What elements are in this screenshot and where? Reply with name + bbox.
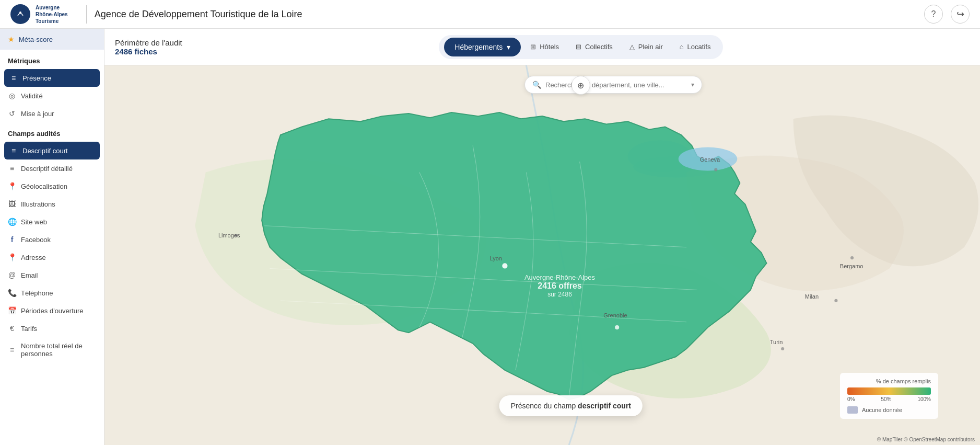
star-icon: ★	[8, 35, 15, 43]
legend-0pct: 0%	[847, 396, 855, 402]
locate-icon: ⊕	[577, 81, 584, 90]
hotels-icon: ⊞	[530, 43, 536, 51]
meta-score-button[interactable]: ★ Méta-score	[0, 29, 104, 50]
dropdown-icon: ▾	[691, 81, 694, 88]
tooltip-bold: descriptif court	[578, 402, 631, 410]
sidebar-item-descriptif-court[interactable]: ≡ Descriptif court	[4, 142, 100, 159]
list-icon: ≡	[8, 346, 16, 354]
email-icon: @	[8, 271, 16, 279]
globe-icon: 🌐	[8, 218, 16, 226]
chevron-down-icon: ▾	[507, 43, 510, 51]
audit-count: 2486 fiches	[115, 47, 182, 56]
plein-air-icon: △	[629, 43, 635, 51]
header-actions: ? ↪	[924, 5, 970, 24]
tab-hotels[interactable]: ⊞ Hôtels	[523, 39, 566, 55]
tab-hebergements[interactable]: Hébergements ▾	[444, 38, 521, 56]
logout-button[interactable]: ↪	[951, 5, 970, 24]
sidebar-item-validite[interactable]: ◎ Validité	[0, 87, 104, 105]
circle-icon: ◎	[8, 92, 16, 100]
sidebar-item-nombre-total[interactable]: ≡ Nombre total réel de personnes	[0, 337, 104, 362]
header-divider	[86, 5, 87, 24]
locatifs-icon: ⌂	[680, 43, 684, 51]
map-attribution: © MapTiler © OpenStreetMap contributors	[877, 437, 975, 442]
sidebar-item-label: Descriptif détaillé	[21, 165, 96, 173]
content-area: Périmètre de l'audit 2486 fiches Héberge…	[104, 29, 980, 445]
sidebar-item-label: Géolocalisation	[21, 182, 96, 190]
map-search-bar: 🔍 ▾	[524, 76, 702, 94]
audit-title: Périmètre de l'audit	[115, 38, 182, 47]
no-data-legend: Aucune donnée	[847, 406, 931, 414]
list-icon: ≡	[9, 74, 18, 82]
sidebar-item-site-web[interactable]: 🌐 Site web	[0, 213, 104, 231]
champs-title: Champs audités	[0, 122, 104, 142]
sidebar-item-descriptif-detaille[interactable]: ≡ Descriptif détaillé	[0, 159, 104, 177]
svg-point-0	[15, 9, 26, 19]
sidebar-item-periodes-ouverture[interactable]: 📅 Périodes d'ouverture	[0, 302, 104, 320]
map-area: Limoges Geneva Lyon Grenoble Turin Milan…	[104, 65, 980, 445]
sidebar-item-label: Descriptif court	[22, 147, 95, 155]
facebook-icon: f	[8, 235, 16, 244]
sidebar-item-label: Validité	[21, 92, 96, 100]
sidebar-item-mise-a-jour[interactable]: ↺ Mise à jour	[0, 105, 104, 122]
tab-locatifs[interactable]: ⌂ Locatifs	[672, 39, 718, 55]
sidebar-item-tarifs[interactable]: € Tarifs	[0, 320, 104, 337]
sidebar-item-label: Nombre total réel de personnes	[21, 342, 96, 358]
tooltip-text: Présence du champ	[511, 402, 576, 410]
map-search-input[interactable]	[545, 81, 687, 89]
legend-50pct: 50%	[881, 396, 891, 402]
sidebar-item-label: Site web	[21, 218, 96, 226]
svg-point-8	[235, 234, 238, 237]
legend-labels: 0% 50% 100%	[847, 396, 931, 402]
sidebar-item-label: Illustrations	[21, 200, 96, 208]
list-icon: ≡	[8, 164, 16, 173]
sidebar-item-label: Tarifs	[21, 325, 96, 333]
tab-hebergements-label: Hébergements	[454, 43, 503, 51]
legend-100pct: 100%	[917, 396, 931, 402]
no-data-label: Aucune donnée	[862, 407, 902, 413]
legend-gradient	[847, 387, 931, 395]
svg-point-7	[615, 325, 619, 329]
sidebar-item-facebook[interactable]: f Facebook	[0, 231, 104, 248]
sidebar-item-geolocalisation[interactable]: 📍 Géolocalisation	[0, 177, 104, 195]
svg-point-12	[850, 256, 854, 259]
map-tooltip: Présence du champ descriptif court	[499, 395, 643, 416]
phone-icon: 📞	[8, 289, 16, 297]
help-button[interactable]: ?	[924, 5, 943, 24]
svg-point-5	[679, 147, 737, 170]
header: Auvergne Rhône-Alpes Tourisme Agence de …	[0, 0, 980, 29]
locate-button[interactable]: ⊕	[571, 76, 590, 95]
svg-point-10	[781, 347, 784, 350]
collectifs-icon: ⊟	[576, 43, 581, 51]
sidebar-item-label: Téléphone	[21, 289, 96, 297]
sidebar-item-illustrations[interactable]: 🖼 Illustrations	[0, 195, 104, 213]
sidebar-item-label: Présence	[22, 74, 95, 82]
meta-score-label: Méta-score	[19, 36, 53, 43]
help-icon: ?	[931, 9, 936, 19]
refresh-icon: ↺	[8, 109, 16, 118]
svg-point-9	[714, 168, 717, 171]
sidebar-item-email[interactable]: @ Email	[0, 266, 104, 284]
sidebar-item-label: Facebook	[21, 236, 96, 244]
logo: Auvergne Rhône-Alpes Tourisme	[10, 4, 68, 25]
logout-icon: ↪	[956, 8, 964, 20]
svg-point-11	[834, 299, 837, 302]
logo-text: Auvergne Rhône-Alpes Tourisme	[36, 4, 68, 25]
sidebar-item-adresse[interactable]: 📍 Adresse	[0, 248, 104, 266]
sidebar-item-label: Mise à jour	[21, 110, 96, 118]
tab-container: Hébergements ▾ ⊞ Hôtels ⊟ Collectifs △ P…	[439, 35, 723, 59]
location-icon: 📍	[8, 253, 16, 261]
logo-icon	[10, 4, 30, 24]
sidebar-item-telephone[interactable]: 📞 Téléphone	[0, 284, 104, 302]
tab-collectifs[interactable]: ⊟ Collectifs	[568, 39, 620, 55]
image-icon: 🖼	[8, 200, 16, 208]
sidebar-item-label: Adresse	[21, 254, 96, 261]
top-bar: Périmètre de l'audit 2486 fiches Héberge…	[104, 29, 980, 65]
legend-title: % de champs remplis	[847, 378, 931, 384]
header-title: Agence de Développement Touristique de l…	[95, 9, 302, 20]
euro-icon: €	[8, 324, 16, 333]
tab-plein-air[interactable]: △ Plein air	[622, 39, 670, 55]
map-legend: % de champs remplis 0% 50% 100% Aucune d…	[840, 373, 938, 419]
sidebar-item-presence[interactable]: ≡ Présence	[4, 69, 100, 87]
sidebar-item-label: Email	[21, 271, 96, 279]
sidebar: ★ Méta-score Métriques ≡ Présence ◎ Vali…	[0, 29, 104, 445]
